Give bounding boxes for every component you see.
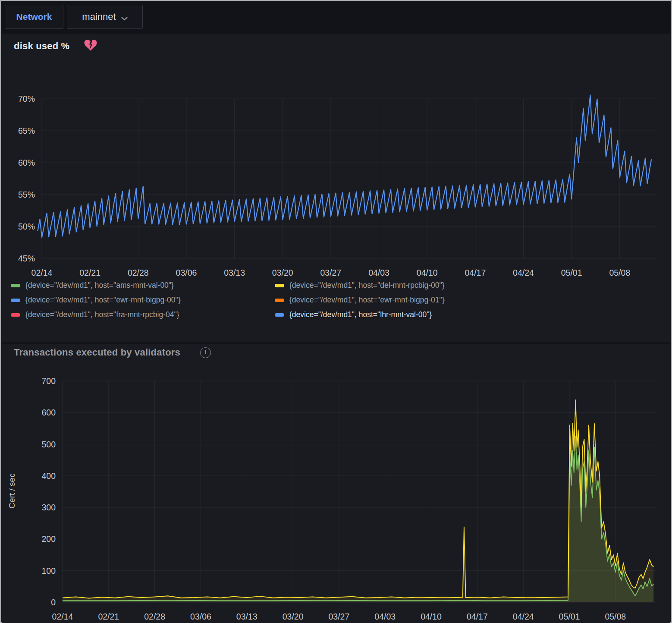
network-variable-label: Network <box>5 5 63 29</box>
svg-text:02/14: 02/14 <box>31 268 53 277</box>
variable-bar: Network mainnet <box>1 1 671 33</box>
svg-text:0: 0 <box>51 598 56 607</box>
legend-item[interactable]: {device="/dev/md1", host="ams-mnt-val-00… <box>11 281 275 290</box>
disk-used-panel: disk used % 45%50%55%60%65%70%02/1402/21… <box>2 34 670 342</box>
legend-label: {device="/dev/md1", host="del-mnt-rpcbig… <box>289 281 445 290</box>
svg-text:400: 400 <box>41 471 56 481</box>
svg-text:04/10: 04/10 <box>417 268 438 277</box>
svg-text:03/27: 03/27 <box>329 612 350 621</box>
svg-text:Cert / sec: Cert / sec <box>7 473 16 508</box>
transactions-chart[interactable]: 010020030040050060070002/1402/2102/2803/… <box>2 344 672 623</box>
svg-text:200: 200 <box>41 534 56 544</box>
dashboard-frame: Network mainnet disk used % 45%50%55%60%… <box>0 0 672 623</box>
svg-text:05/01: 05/01 <box>559 612 580 621</box>
svg-text:02/21: 02/21 <box>98 612 119 621</box>
legend-item[interactable]: {device="/dev/md1", host="fra-mnt-rpcbig… <box>11 310 275 319</box>
svg-text:04/17: 04/17 <box>465 268 486 277</box>
legend-swatch <box>275 284 284 287</box>
svg-text:500: 500 <box>41 440 56 449</box>
svg-text:02/28: 02/28 <box>144 612 165 621</box>
svg-text:05/08: 05/08 <box>609 268 630 277</box>
legend-item[interactable]: {device="/dev/md1", host="del-mnt-rpcbig… <box>275 281 666 290</box>
disk-used-chart[interactable]: 45%50%55%60%65%70%02/1402/2102/2803/0603… <box>2 34 672 280</box>
svg-text:04/03: 04/03 <box>374 612 396 621</box>
svg-text:65%: 65% <box>18 126 35 135</box>
svg-text:300: 300 <box>41 503 56 512</box>
svg-text:100: 100 <box>41 566 56 576</box>
legend-swatch <box>11 299 20 302</box>
broken-heart-icon <box>76 39 97 53</box>
svg-text:05/08: 05/08 <box>605 612 626 621</box>
svg-text:04/17: 04/17 <box>467 612 488 621</box>
legend-label: {device="/dev/md1", host="lhr-mnt-val-00… <box>289 310 432 319</box>
legend-swatch <box>11 284 20 287</box>
svg-text:70%: 70% <box>18 94 35 104</box>
svg-text:04/24: 04/24 <box>513 268 534 277</box>
svg-text:02/21: 02/21 <box>79 268 100 277</box>
legend-swatch <box>11 313 20 317</box>
svg-text:03/13: 03/13 <box>224 268 245 277</box>
svg-text:03/20: 03/20 <box>283 612 304 621</box>
svg-text:04/10: 04/10 <box>421 612 442 621</box>
svg-text:02/28: 02/28 <box>128 268 149 277</box>
svg-text:45%: 45% <box>18 254 35 263</box>
svg-text:03/13: 03/13 <box>236 612 257 621</box>
svg-text:700: 700 <box>41 376 56 386</box>
svg-text:03/06: 03/06 <box>176 268 197 277</box>
svg-text:04/24: 04/24 <box>513 612 534 621</box>
legend-swatch <box>275 299 284 302</box>
network-value-text: mainnet <box>82 11 116 22</box>
legend-swatch <box>275 313 284 317</box>
legend-label: {device="/dev/md1", host="ams-mnt-val-00… <box>25 281 174 290</box>
info-icon[interactable]: i <box>200 347 211 358</box>
svg-text:50%: 50% <box>18 222 35 231</box>
svg-text:03/27: 03/27 <box>320 268 341 277</box>
network-variable-dropdown[interactable]: mainnet <box>67 5 143 29</box>
legend-label: {device="/dev/md1", host="ewr-mnt-bigpg-… <box>25 296 181 305</box>
svg-text:55%: 55% <box>18 190 35 199</box>
svg-text:60%: 60% <box>18 158 35 167</box>
svg-text:05/01: 05/01 <box>561 268 582 277</box>
svg-text:03/20: 03/20 <box>272 268 293 277</box>
network-label-text: Network <box>16 12 52 22</box>
legend-label: {device="/dev/md1", host="ewr-mnt-bigpg-… <box>289 296 445 305</box>
svg-text:600: 600 <box>41 408 56 417</box>
disk-chart-legend: {device="/dev/md1", host="ams-mnt-val-00… <box>11 281 666 319</box>
legend-item[interactable]: {device="/dev/md1", host="ewr-mnt-bigpg-… <box>11 296 275 305</box>
svg-text:02/14: 02/14 <box>52 612 73 621</box>
svg-text:03/06: 03/06 <box>190 612 211 621</box>
chevron-down-icon <box>121 12 128 23</box>
legend-item[interactable]: {device="/dev/md1", host="ewr-mnt-bigpg-… <box>275 296 666 305</box>
disk-panel-title[interactable]: disk used % <box>14 41 69 52</box>
legend-item[interactable]: {device="/dev/md1", host="lhr-mnt-val-00… <box>275 310 666 319</box>
tx-panel-title[interactable]: Transactions executed by validators <box>14 347 180 358</box>
legend-label: {device="/dev/md1", host="fra-mnt-rpcbig… <box>25 310 179 319</box>
svg-text:04/03: 04/03 <box>368 268 389 277</box>
transactions-panel: Transactions executed by validators i 01… <box>2 343 670 623</box>
